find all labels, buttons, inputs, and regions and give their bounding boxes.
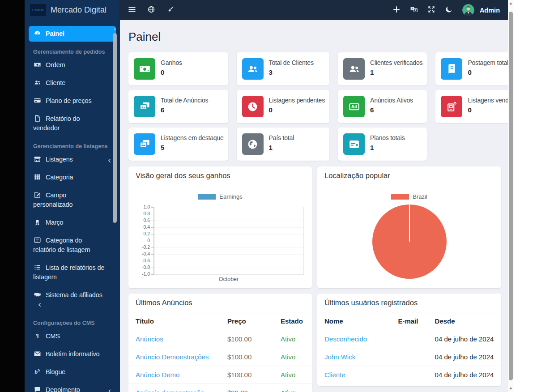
blog-icon: b [33,368,42,375]
browser-scrollbar[interactable]: ▲ ▼ [508,0,514,392]
sidebar-scroll-up-icon[interactable]: ▲ [113,27,116,30]
row-link[interactable]: Anúncio Demo [128,366,220,384]
y-axis-tick-label: -1.0 [133,271,150,277]
table-header-row: TítuloPreçoEstado [128,312,312,330]
svg-text:A: A [411,7,413,10]
users-icon [33,79,42,86]
axis-tick [151,241,153,241]
sidebar-scroll-thumb[interactable] [113,33,117,223]
sidebar-item-label: Plano de preços [46,97,92,104]
sidebar-item-cms[interactable]: ¶CMS [29,328,116,344]
stat-card-label: Total de Anúncios [161,97,208,104]
gridline [154,241,303,241]
scroll-thumb[interactable] [509,12,513,380]
gridline [154,254,303,255]
sidebar-item-marco[interactable]: Março [29,215,116,230]
stat-card-value: 5 [161,144,224,151]
row-cell: 04 de julho de 2024 [428,366,501,384]
sidebar-item-categoria-do-relatorio-de-listagem[interactable]: Categoria do relatório de listagem [29,233,116,258]
scroll-up-icon[interactable]: ▲ [508,1,514,5]
sidebar-item-painel[interactable]: Painel [29,26,116,42]
app-window: LOGO Mercado Digital PainelGerenciamento… [0,0,537,392]
row-link[interactable]: Cliente [317,366,391,384]
images-icon [134,96,155,117]
row-cell: Ativo [273,348,312,366]
sidebar-item-lista-de-relatorios-de-listagem[interactable]: Lista de relatórios de listagem [29,260,116,285]
row-cell: Ativo [273,366,312,384]
row-cell: $100.00 [220,348,273,366]
row-link[interactable]: John Wick [317,348,391,366]
sidebar-item-label: Categoria do relatório de listagem [33,237,90,253]
latest-users-card: Últimos usuários registrados NomeE-mailD… [317,294,501,386]
add-button[interactable] [392,5,401,15]
sidebar-item-plano-de-precos[interactable]: Plano de preços [29,93,116,109]
column-header: E-mail [391,312,427,330]
sidebar-menu: PainelGerenciamento de pedidosOrdemClien… [25,20,120,392]
translate-button[interactable]: A [410,5,418,15]
sidebar-item-blogue[interactable]: bBlogue [29,364,116,380]
gridline [154,234,303,234]
brand[interactable]: LOGO Mercado Digital [25,0,120,20]
users-table: NomeE-mailDesdeDesconhecido04 de julho d… [317,312,501,383]
legend-label: Brazil [413,193,427,200]
menu-toggle-button[interactable] [128,5,136,15]
table-row: Anúncio demonstração$99.00Ativo [128,384,312,392]
row-link[interactable]: Anúncios [128,330,220,348]
sidebar-item-campo-personalizado[interactable]: Campo personalizado [29,187,116,213]
stat-card-label: Listagens pendentes [269,97,325,104]
axis-tick [151,254,153,255]
pie-legend: Brazil [317,185,501,200]
user-menu[interactable]: Admin [480,7,500,14]
axis-tick [151,261,153,261]
sidebar-item-label: Março [46,219,64,226]
fullscreen-button[interactable] [427,5,435,15]
sidebar-item-cliente[interactable]: Cliente [29,75,116,91]
theme-brush-button[interactable] [166,5,175,15]
sidebar: LOGO Mercado Digital PainelGerenciamento… [25,0,120,392]
axis-tick [151,221,153,221]
stat-card-label: Ganhos [161,59,182,66]
stat-card-label: País total [269,134,294,141]
stat-card-label: Anúncios Ativos [370,97,413,104]
chevron-left-icon [38,300,42,310]
legend-swatch [391,194,409,200]
sidebar-item-label: Sistema de afiliados [46,291,102,298]
dark-mode-button[interactable] [445,5,453,15]
sidebar-item-relatorio-do-vendedor[interactable]: Relatório do vendedor [29,111,116,136]
row-link[interactable]: Anúncio Demonstrações [128,348,220,366]
table-row: Desconhecido04 de julho de 2024 [317,330,501,348]
row-cell: 04 de julho de 2024 [428,330,501,348]
column-header: Título [128,312,220,330]
svg-text:Ad: Ad [351,104,357,109]
stat-card-label: Planos totais [370,134,405,141]
earnings-legend: Earnings [128,185,312,200]
sidebar-item-label: Ordem [46,61,65,68]
sidebar-item-label: Depoimento [46,386,80,392]
grid-icon [33,173,42,181]
plot-area [153,207,304,275]
row-link[interactable]: Anúncio demonstração [128,384,220,392]
sidebar-item-listagens[interactable]: Listagens [29,152,116,167]
window-gutter [514,0,537,392]
sidebar-item-categoria[interactable]: Categoria [29,170,116,185]
sidebar-item-sistema-de-afiliados[interactable]: Sistema de afiliados [29,287,116,313]
clock-icon [242,96,264,117]
ads-table: TítuloPreçoEstadoAnúncios$100.00AtivoAnú… [128,312,312,392]
sidebar-item-label: Painel [46,30,64,37]
table-row: Anúncio Demo$100.00Ativo [128,366,312,384]
sidebar-item-depoimento[interactable]: Depoimento [29,382,116,392]
avatar[interactable] [462,4,474,16]
stat-card-value: 1 [370,144,405,151]
sidebar-item-ordem[interactable]: Ordem [29,57,116,73]
stat-card-total-de-anuncios: Total de Anúncios6 [128,90,228,123]
y-axis-tick-label: 0.6 [133,217,150,223]
comment-icon [33,386,42,392]
row-cell: $100.00 [220,366,273,384]
envelope-icon [33,350,42,358]
sidebar-item-boletim-informativo[interactable]: Boletim informativo [29,346,116,362]
images-icon [134,133,155,155]
language-button[interactable] [147,5,155,15]
scroll-down-icon[interactable]: ▼ [508,387,514,391]
row-link[interactable]: Desconhecido [317,330,391,348]
x-axis-label: October [153,276,304,282]
